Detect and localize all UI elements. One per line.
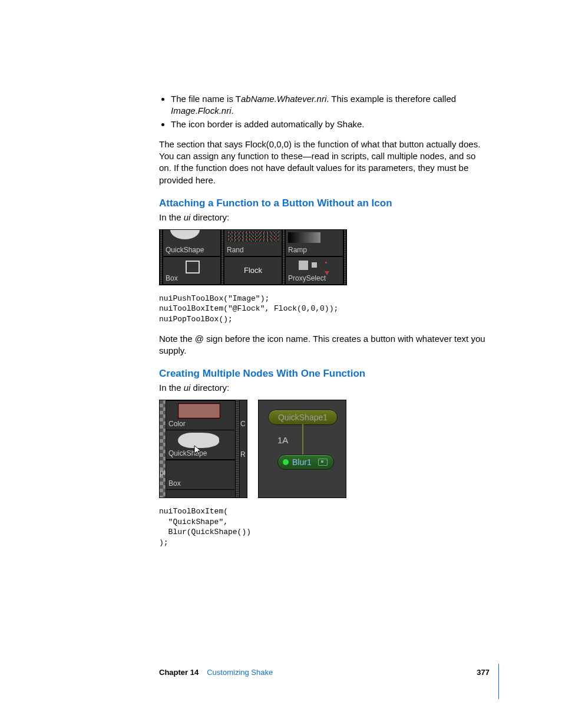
- toolbox-button-rand[interactable]: Rand: [224, 230, 282, 256]
- cursor-icon: [194, 445, 202, 456]
- toolbox-screenshot: QuickShape Rand Ramp Box Flock Proxy: [159, 229, 347, 285]
- section-heading: Creating Multiple Nodes With One Functio…: [159, 367, 490, 381]
- italic-text: Image.Flock.nri: [171, 106, 232, 116]
- figure-two-panels: ple Color QuickShape Box C R: [159, 400, 490, 498]
- node-quickshape1[interactable]: QuickShape1: [268, 410, 338, 425]
- text: The file name is T: [171, 94, 241, 104]
- bullet-item: The file name is TabName.Whatever.nri. T…: [171, 93, 490, 117]
- paragraph: The section that says Flock(0,0,0) is th…: [159, 139, 490, 186]
- page-number: 377: [477, 668, 490, 676]
- toolbox-screenshot-b: ple Color QuickShape Box C R: [159, 400, 247, 498]
- paragraph: Note the @ sign before the icon name. Th…: [159, 333, 490, 357]
- grip-icon: [343, 256, 346, 285]
- paragraph: In the ui directory:: [159, 382, 490, 394]
- grip-icon: [343, 230, 346, 256]
- italic-text: abName.Whatever.nri: [241, 94, 326, 104]
- proxyselect-icon: [299, 261, 317, 270]
- text: . This example is therefore called: [326, 94, 456, 104]
- text: .: [232, 106, 234, 116]
- node-label: Blur1: [292, 457, 312, 468]
- text: In the: [159, 383, 184, 393]
- text: directory:: [190, 212, 229, 222]
- toolbox-label: Color: [168, 419, 186, 429]
- toolbox-button-quickshape[interactable]: QuickShape: [163, 230, 221, 256]
- port-label: 1A: [277, 434, 288, 446]
- toolbox-button-color[interactable]: Color: [166, 400, 236, 430]
- bullet-list: The file name is TabName.Whatever.nri. T…: [159, 93, 490, 130]
- code-block: nuiToolBoxItem( "QuickShape", Blur(Quick…: [159, 506, 490, 548]
- partial-label: R: [240, 450, 246, 459]
- node-graph-screenshot: QuickShape1 1A Blur1: [258, 400, 346, 498]
- rand-icon: [227, 231, 279, 242]
- node-label: QuickShape1: [278, 412, 328, 423]
- italic-text: ui: [184, 383, 191, 393]
- status-dot-icon: [283, 459, 289, 465]
- text: In the: [159, 212, 184, 222]
- node-blur1[interactable]: Blur1: [277, 454, 334, 470]
- partial-label: C: [240, 419, 246, 429]
- toolbox-label: Rand: [227, 245, 244, 255]
- page: The file name is TabName.Whatever.nri. T…: [0, 0, 562, 728]
- toolbox-button-ramp[interactable]: Ramp: [285, 230, 343, 256]
- node-link: [302, 424, 303, 454]
- toolbox-label: Box: [166, 274, 178, 283]
- code-block: nuiPushToolBox("Image"); nuiToolBoxItem(…: [159, 294, 490, 325]
- toolbox-button-box[interactable]: Box: [163, 256, 221, 285]
- footer-rule: [498, 664, 499, 699]
- text: directory:: [190, 383, 229, 393]
- toolbox-button-proxyselect[interactable]: ProxySelect: [285, 256, 343, 285]
- ramp-icon: [288, 232, 320, 243]
- section-heading: Attaching a Function to a Button Without…: [159, 197, 490, 210]
- color-icon: [178, 403, 220, 419]
- toolbox-label: Flock: [244, 265, 262, 276]
- paragraph: In the ui directory:: [159, 212, 490, 223]
- toolbox-label: Ramp: [288, 245, 307, 255]
- page-footer: Chapter 14 Customizing Shake 377: [159, 668, 490, 676]
- quickshape-icon: [170, 230, 200, 239]
- toolbox-button-flock[interactable]: Flock: [224, 256, 282, 285]
- bullet-item: The icon border is added automatically b…: [171, 118, 490, 130]
- toolbox-label: ProxySelect: [288, 274, 326, 283]
- mask-icon: [318, 459, 328, 466]
- toolbox-button-box[interactable]: Box: [166, 460, 236, 490]
- right-column-stub: C R: [240, 400, 247, 498]
- toolbox-label: Box: [168, 479, 181, 488]
- chapter-title: Customizing Shake: [207, 668, 273, 676]
- grip-icon: [235, 400, 240, 498]
- toolbox-label: QuickShape: [166, 245, 204, 255]
- chapter-label: Chapter 14: [159, 668, 199, 676]
- box-icon: [186, 261, 200, 274]
- italic-text: ui: [184, 212, 191, 222]
